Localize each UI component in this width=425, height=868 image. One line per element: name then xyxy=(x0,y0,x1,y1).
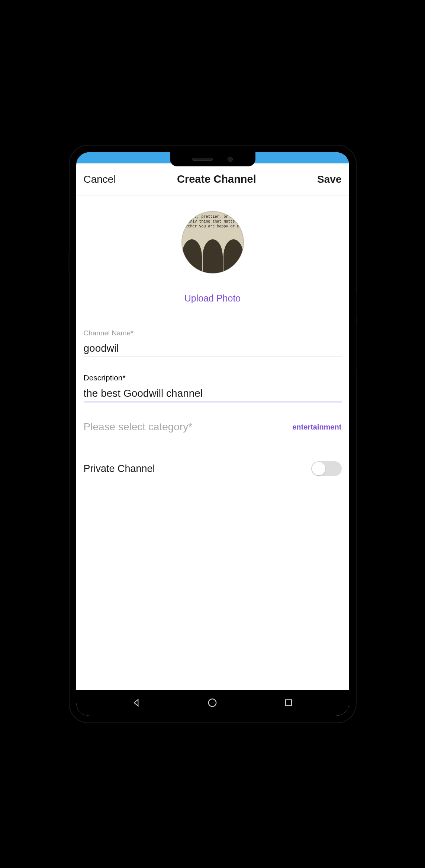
category-label: Please select category* xyxy=(84,421,193,433)
cancel-button[interactable]: Cancel xyxy=(84,173,116,185)
svg-point-0 xyxy=(209,699,216,707)
phone-frame: Cancel Create Channel Save er, prettier,… xyxy=(70,146,356,722)
channel-name-group: Channel Name* xyxy=(84,329,342,357)
page-title: Create Channel xyxy=(177,173,256,185)
phone-notch xyxy=(170,152,255,166)
avatar-text-overlay: er, prettier, or i only thing that matte… xyxy=(182,214,244,229)
private-channel-label: Private Channel xyxy=(84,463,155,475)
avatar-text-line: er, prettier, or i xyxy=(182,214,244,219)
avatar-text-line: only thing that matte. xyxy=(182,219,244,224)
photo-section: er, prettier, or i only thing that matte… xyxy=(84,195,342,313)
svg-rect-1 xyxy=(286,700,292,706)
avatar-text-line: iether you are happy or ne xyxy=(182,224,244,229)
avatar-image: er, prettier, or i only thing that matte… xyxy=(182,211,244,273)
private-channel-row: Private Channel xyxy=(84,461,342,476)
header: Cancel Create Channel Save xyxy=(76,163,349,195)
phone-side-button xyxy=(68,253,70,272)
phone-side-button xyxy=(356,294,357,317)
category-row: Please select category* entertainment xyxy=(84,421,342,433)
upload-photo-button[interactable]: Upload Photo xyxy=(184,293,241,304)
private-channel-toggle[interactable] xyxy=(311,461,342,476)
save-button[interactable]: Save xyxy=(317,173,341,185)
description-input[interactable] xyxy=(84,385,342,402)
home-icon[interactable] xyxy=(207,697,218,708)
android-nav-bar xyxy=(76,690,349,716)
phone-camera xyxy=(228,157,233,162)
description-group: Description* xyxy=(84,373,342,402)
description-label: Description* xyxy=(84,373,342,382)
phone-side-button xyxy=(356,324,357,369)
category-selector[interactable]: entertainment xyxy=(292,423,341,431)
back-icon[interactable] xyxy=(131,697,142,708)
content-area: er, prettier, or i only thing that matte… xyxy=(76,195,349,690)
channel-avatar[interactable]: er, prettier, or i only thing that matte… xyxy=(181,211,244,274)
phone-speaker xyxy=(192,158,213,161)
toggle-knob xyxy=(312,462,325,475)
recent-apps-icon[interactable] xyxy=(283,697,294,708)
channel-name-label: Channel Name* xyxy=(84,329,342,337)
avatar-figures xyxy=(182,239,244,273)
phone-screen: Cancel Create Channel Save er, prettier,… xyxy=(76,152,349,716)
channel-name-input[interactable] xyxy=(84,340,342,357)
